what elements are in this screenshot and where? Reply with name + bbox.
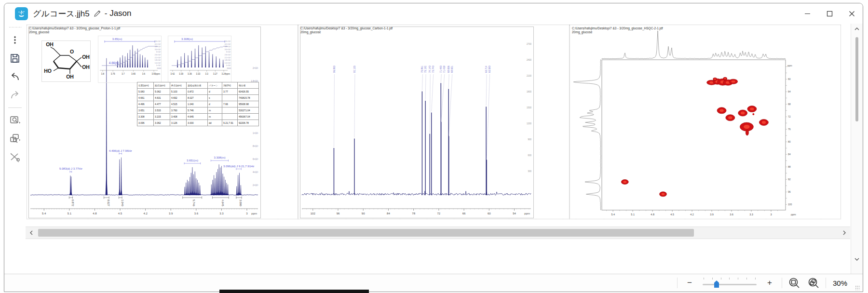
document-canvas[interactable]: C:/Users/hafujimu/Desktop/7 &3 - 3/20mg_… (26, 24, 863, 274)
kebab-menu-icon[interactable] (7, 32, 23, 48)
svg-text:4.6×10⁵: 4.6×10⁵ (225, 40, 231, 42)
svg-text:4.8: 4.8 (93, 212, 97, 215)
zoom-pages-icon[interactable] (7, 131, 23, 146)
svg-text:8.027: 8.027 (107, 200, 110, 206)
hsqc-cross-peak (660, 192, 667, 197)
svg-text:3.65(m): 3.65(m) (112, 38, 122, 40)
zoom-in-button[interactable]: + (762, 276, 777, 290)
peak-table-cell: 8.027 (187, 95, 208, 101)
svg-text:4.2×10⁴: 4.2×10⁴ (155, 43, 162, 45)
svg-text:4.5: 4.5 (118, 212, 122, 215)
vertical-scrollbar[interactable] (851, 24, 863, 274)
svg-text:3.3: 3.3 (205, 73, 209, 75)
svg-text:1×10⁵: 1×10⁵ (226, 65, 231, 67)
hsqc-cross-peak (707, 77, 738, 85)
window-title: グルコース.jjh5 (33, 8, 90, 19)
svg-text:68: 68 (788, 103, 791, 106)
molecule-structure[interactable]: OHOOHOHOHHO (41, 40, 91, 82)
peak-table-cell: 3.126 (170, 120, 187, 126)
peak-table-cell: 4.477 (154, 101, 170, 107)
svg-text:ppm: ppm (787, 64, 792, 67)
proton-peak: 0.8725.083(d) J 3.77Hz (59, 167, 82, 206)
save-icon[interactable] (7, 51, 23, 66)
svg-text:96.980: 96.980 (333, 66, 336, 73)
svg-text:3.39: 3.39 (179, 73, 183, 75)
svg-text:OH: OH (82, 54, 90, 60)
peak-table-header: 位置(ppm) (137, 82, 154, 89)
svg-text:2×10⁵: 2×10⁵ (253, 67, 258, 69)
svg-text:90: 90 (362, 212, 365, 215)
window-resize-grip[interactable] (855, 285, 860, 290)
carbon-peak: 73.740 (432, 66, 434, 195)
scroll-left-arrow-icon[interactable] (26, 227, 37, 239)
close-button[interactable] (841, 3, 863, 24)
peak-table-cell: 60426.55 (238, 89, 259, 95)
zoom-percentage[interactable]: 30% (831, 279, 849, 287)
svg-text:5.4: 5.4 (42, 212, 46, 215)
horizontal-scroll-thumb[interactable] (38, 229, 694, 237)
minimize-button[interactable] (796, 3, 818, 24)
horizontal-scroll-track[interactable] (37, 227, 839, 239)
peak-table-header: 始点(ppm) (154, 82, 170, 89)
page-hsqc[interactable]: C:/Users/hafujimu/Desktop/7 &3 - 3/20mg_… (570, 25, 841, 219)
peak-table-cell: 5.746 (187, 107, 208, 114)
maximize-button[interactable] (818, 3, 841, 24)
zoom-frame-icon[interactable] (7, 113, 23, 128)
svg-text:4.2: 4.2 (690, 213, 694, 216)
peak-table-cell: 4.631 (154, 95, 170, 101)
peak-table-row[interactable]: 4.6614.6314.6928.027s740815.78 (137, 95, 259, 101)
proton-inset-1[interactable]: 3.83.753.73.653.63.55ppm3.65(m)4.6×10⁴4.… (98, 36, 162, 83)
peak-table-header: 規格化積分値 (187, 82, 208, 89)
svg-text:88: 88 (788, 165, 791, 168)
background-taskbar-strip (219, 290, 369, 293)
titlebar[interactable]: グルコース.jjh5 - Jason (4, 3, 863, 24)
peak-table-row[interactable]: 3.3083.2153.4084.645m456367.04 (137, 114, 259, 120)
redo-icon[interactable] (7, 87, 23, 103)
vertical-scroll-thumb[interactable] (855, 37, 858, 121)
page-proton[interactable]: C:/Users/hafujimu/Desktop/7 &3 - 3/20mg_… (27, 25, 298, 219)
zoom-slider-handle[interactable] (714, 280, 719, 288)
zoom-slider-track[interactable] (703, 284, 757, 285)
svg-text:3.308(m): 3.308(m) (214, 156, 225, 159)
proton-inset-2[interactable]: 3.423.393.363.333.33.273.24ppm3.308(m)4.… (168, 36, 231, 83)
page-carbon[interactable]: C:/Users/hafujimu/Desktop/7 &3 - 3/20mg_… (298, 25, 570, 219)
toolbar-separator (8, 107, 22, 108)
peak-table-header: パターン (208, 82, 222, 89)
peak-table-row[interactable]: 5.0835.0625.1030.872d3.7760426.55 (137, 89, 259, 95)
scroll-down-arrow-icon[interactable] (851, 254, 863, 265)
svg-text:1.8×10⁵: 1.8×10⁵ (225, 59, 231, 61)
zoom-slider[interactable] (702, 278, 758, 288)
svg-text:4×10⁴: 4×10⁴ (253, 171, 258, 173)
scroll-up-arrow-icon[interactable] (851, 24, 863, 34)
svg-text:1.4×10⁴: 1.4×10⁴ (155, 62, 162, 64)
tools-icon[interactable] (7, 149, 23, 165)
svg-text:3: 3 (770, 213, 772, 216)
fit-all-pages-zoom-icon[interactable] (806, 276, 821, 290)
svg-text:3.308(m): 3.308(m) (181, 38, 193, 40)
peak-table-row[interactable]: 3.0963.0623.1263.000dd9.21,7.9192206.78 (137, 120, 259, 126)
svg-text:4.496(d) J 7.96Hz: 4.496(d) J 7.96Hz (109, 149, 132, 152)
peak-table-cell: 95938.98 (238, 101, 259, 107)
peak-table-cell (222, 107, 238, 114)
zoom-out-button[interactable]: − (682, 276, 697, 290)
svg-text:600: 600 (528, 154, 531, 157)
svg-text:6000: 6000 (157, 67, 161, 69)
svg-text:3.42: 3.42 (171, 73, 175, 75)
peak-table-row[interactable]: 4.4964.4774.5151.040d7.6695938.98 (137, 101, 259, 107)
fit-page-zoom-icon[interactable] (787, 276, 801, 290)
svg-text:72: 72 (788, 115, 791, 118)
svg-text:60: 60 (788, 78, 791, 80)
scroll-right-arrow-icon[interactable] (839, 227, 850, 239)
peak-table-row[interactable]: 3.6513.5333.7605.746m530271.04 (137, 107, 259, 114)
toolbar-dock-handle[interactable] (9, 27, 21, 28)
hsqc-carbon-axis: ppm60646872768084889296100 (786, 64, 792, 206)
undo-icon[interactable] (7, 69, 23, 84)
svg-text:3.096(dd) J 9.21,7.91Hz: 3.096(dd) J 9.21,7.91Hz (223, 165, 254, 168)
horizontal-scrollbar[interactable] (26, 226, 850, 239)
peak-table-cell: m (208, 107, 222, 114)
svg-text:5.1: 5.1 (68, 212, 72, 215)
svg-text:3.8×10⁴: 3.8×10⁴ (155, 46, 162, 48)
svg-text:2.2×10⁵: 2.2×10⁵ (225, 57, 231, 59)
svg-text:96: 96 (337, 212, 340, 215)
peak-table[interactable]: 位置(ppm)始点(ppm)終点(ppm)規格化積分値パターンJ値(Hz)積分値… (137, 82, 259, 126)
